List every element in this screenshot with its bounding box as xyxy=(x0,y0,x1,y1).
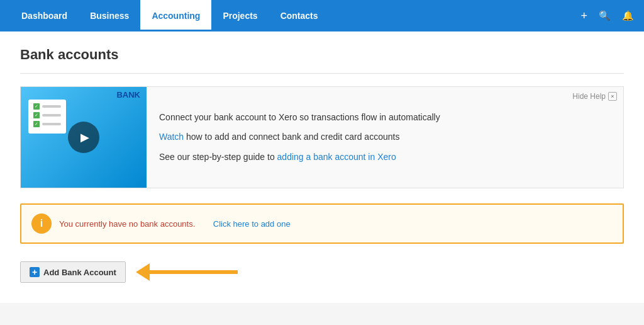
arrow xyxy=(136,263,238,281)
page-title: Bank accounts xyxy=(20,47,624,63)
info-icon: i xyxy=(31,214,52,234)
search-icon[interactable]: 🔍 xyxy=(599,10,611,21)
nav-item-accounting[interactable]: Accounting xyxy=(140,0,211,31)
main-content: Bank accounts BANK Connect your bank acc… xyxy=(0,31,644,303)
help-line1: Connect your bank account to Xero so tra… xyxy=(159,112,611,122)
close-icon[interactable]: × xyxy=(608,92,617,101)
alert-text: You currently have no bank accounts. xyxy=(59,219,195,229)
alert-link[interactable]: Click here to add one xyxy=(213,219,291,229)
help-line2-suffix: how to add and connect bank and credit c… xyxy=(184,132,399,142)
help-line2: Watch how to add and connect bank and cr… xyxy=(159,131,611,142)
nav-right: + 🔍 🔔 xyxy=(580,9,634,23)
add-bank-button[interactable]: + Add Bank Account xyxy=(20,261,126,283)
alert-box: i You currently have no bank accounts. C… xyxy=(20,203,624,244)
nav-item-dashboard[interactable]: Dashboard xyxy=(10,0,79,31)
add-bank-row: + Add Bank Account xyxy=(20,256,624,288)
arrow-head xyxy=(136,263,150,281)
nav-item-projects[interactable]: Projects xyxy=(211,0,269,31)
add-icon[interactable]: + xyxy=(580,9,587,23)
play-button[interactable] xyxy=(68,122,99,153)
main-nav: Dashboard Business Accounting Projects C… xyxy=(0,0,644,31)
help-line3: See our step-by-step guide to adding a b… xyxy=(159,151,611,162)
help-thumbnail: BANK xyxy=(21,87,147,188)
arrow-shaft xyxy=(150,270,238,274)
plus-icon: + xyxy=(30,267,40,277)
help-content: Connect your bank account to Xero so tra… xyxy=(147,87,623,188)
help-line3-prefix: See our step-by-step guide to xyxy=(159,152,277,162)
nav-item-business[interactable]: Business xyxy=(79,0,140,31)
bank-graphic: BANK xyxy=(116,90,140,100)
thumb-checklist xyxy=(28,100,66,134)
help-section: BANK Connect your bank account to Xero s… xyxy=(20,86,624,188)
bell-icon[interactable]: 🔔 xyxy=(622,10,634,21)
guide-link[interactable]: adding a bank account in Xero xyxy=(277,152,396,162)
hide-help-button[interactable]: Hide Help × xyxy=(572,92,617,101)
watch-link[interactable]: Watch xyxy=(159,132,184,142)
divider xyxy=(20,73,624,74)
nav-item-contacts[interactable]: Contacts xyxy=(269,0,330,31)
nav-items: Dashboard Business Accounting Projects C… xyxy=(10,0,580,31)
